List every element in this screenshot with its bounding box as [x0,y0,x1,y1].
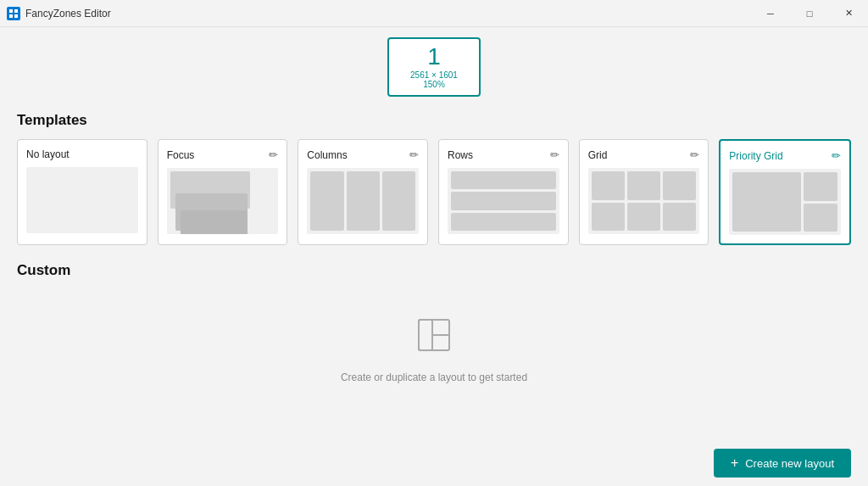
main-content: Templates No layout Focus ✏ Columns [0,103,868,440]
custom-empty-icon [414,315,454,363]
create-new-layout-button[interactable]: + Create new layout [714,449,851,478]
preview-priority-grid [729,169,841,235]
templates-section-title: Templates [17,112,851,129]
footer: + Create new layout [0,440,868,486]
preview-grid [588,168,700,234]
minimize-button[interactable]: ─ [751,0,790,27]
preview-rows [448,168,559,234]
col-2 [347,171,380,231]
title-bar-left: FancyZones Editor [7,7,111,20]
monitor-box[interactable]: 1 2561 × 1601 150% [387,37,481,97]
app-icon [7,7,20,20]
plus-icon: + [731,455,738,471]
template-title-focus: Focus ✏ [167,148,279,161]
create-label: Create new layout [745,457,834,470]
focus-block-3 [181,210,248,234]
template-label-grid: Grid [588,149,608,161]
template-title-no-layout: No layout [26,148,138,160]
monitor-section: 1 2561 × 1601 150% [0,27,868,103]
priority-main-block [732,172,800,232]
grid-cell-1 [592,171,625,200]
grid-cell-6 [663,203,696,232]
grid-cell-5 [627,203,660,232]
app-title: FancyZones Editor [25,8,111,20]
row-3 [451,213,556,231]
custom-section: Custom Create or duplicate a layout to g… [17,262,851,392]
monitor-number: 1 [427,45,441,69]
custom-empty-text: Create or duplicate a layout to get star… [341,371,527,383]
template-title-rows: Rows ✏ [448,148,559,161]
monitor-zoom: 150% [423,80,445,89]
preview-columns [307,168,419,234]
preview-no-layout [26,167,138,233]
title-bar: FancyZones Editor ─ □ ✕ [0,0,868,27]
maximize-button[interactable]: □ [790,0,829,27]
template-label-rows: Rows [448,149,473,161]
preview-focus [167,168,279,234]
svg-rect-1 [14,9,18,13]
template-label-focus: Focus [167,149,195,161]
grid-cell-2 [627,171,660,200]
template-label-no-layout: No layout [26,148,70,160]
edit-icon-grid[interactable]: ✏ [690,148,699,161]
svg-rect-0 [9,9,13,13]
template-title-grid: Grid ✏ [588,148,700,161]
grid-cell-3 [663,171,696,200]
svg-rect-2 [9,14,13,18]
priority-sm-2 [804,204,837,232]
edit-icon-rows[interactable]: ✏ [550,148,559,161]
template-title-columns: Columns ✏ [307,148,419,161]
template-card-grid[interactable]: Grid ✏ [579,139,709,245]
row-2 [451,192,556,209]
edit-icon-priority-grid[interactable]: ✏ [832,149,841,162]
template-card-focus[interactable]: Focus ✏ [158,139,288,245]
svg-rect-5 [419,320,432,350]
template-card-no-layout[interactable]: No layout [17,139,147,245]
template-title-priority-grid: Priority Grid ✏ [729,149,841,162]
row-1 [451,171,556,189]
template-label-columns: Columns [307,149,347,161]
template-label-priority-grid: Priority Grid [729,150,782,162]
templates-grid: No layout Focus ✏ Columns ✏ [17,139,851,245]
edit-icon-columns[interactable]: ✏ [409,148,419,161]
priority-sm-1 [804,172,837,201]
custom-section-title: Custom [17,262,851,279]
window-controls: ─ □ ✕ [751,0,868,27]
template-card-rows[interactable]: Rows ✏ [438,139,569,245]
col-1 [310,171,343,231]
monitor-resolution: 2561 × 1601 [410,70,458,80]
edit-icon-focus[interactable]: ✏ [269,148,278,161]
col-3 [382,171,415,231]
close-button[interactable]: ✕ [829,0,868,27]
template-card-columns[interactable]: Columns ✏ [298,139,428,245]
svg-rect-3 [14,14,18,18]
grid-cell-4 [592,203,625,232]
custom-empty-state: Create or duplicate a layout to get star… [17,289,851,392]
template-card-priority-grid[interactable]: Priority Grid ✏ [719,139,851,245]
